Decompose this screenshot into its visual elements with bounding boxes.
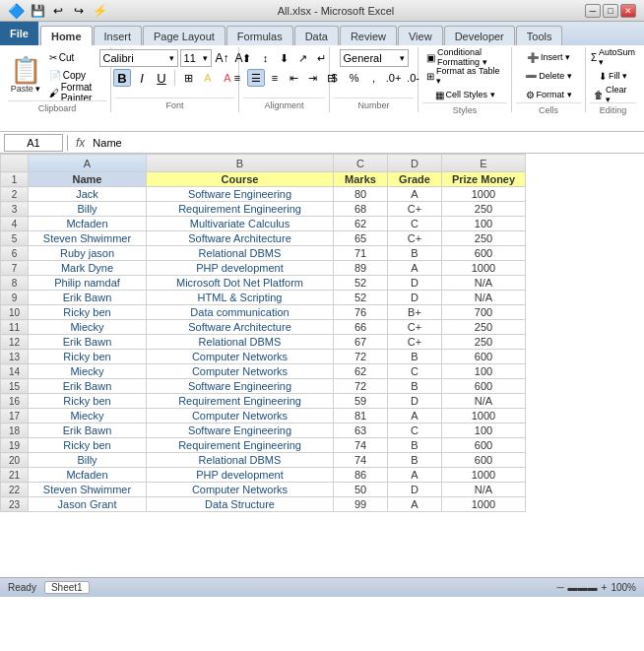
italic-button[interactable]: I [133, 69, 151, 87]
col-header-a[interactable]: A [29, 155, 147, 172]
cell-d5[interactable]: C+ [388, 231, 442, 246]
font-size-dropdown[interactable]: ▾ [203, 53, 208, 63]
close-button[interactable]: ✕ [620, 4, 636, 18]
tab-review[interactable]: Review [340, 26, 397, 45]
tab-insert[interactable]: Insert [94, 26, 143, 45]
maximize-button[interactable]: □ [603, 4, 618, 18]
cell-c5[interactable]: 65 [334, 231, 388, 246]
cell-d20[interactable]: B [388, 453, 442, 468]
cell-b11[interactable]: Software Architecture [147, 320, 334, 335]
align-left-button[interactable]: ≡ [228, 69, 246, 87]
fill-button[interactable]: ⬇ Fill ▾ [595, 68, 631, 84]
cell-d23[interactable]: A [388, 497, 442, 512]
formula-input[interactable] [93, 134, 640, 152]
cell-c19[interactable]: 74 [334, 438, 388, 453]
cell-b5[interactable]: Software Architecture [147, 231, 334, 246]
conditional-format-button[interactable]: ▣ Conditional Formatting ▾ [422, 49, 507, 65]
save-icon[interactable]: 💾 [29, 2, 46, 20]
cell-c10[interactable]: 76 [334, 305, 388, 320]
cell-a9[interactable]: Erik Bawn [29, 291, 147, 305]
cell-b15[interactable]: Software Engineering [147, 379, 334, 394]
cell-d7[interactable]: A [388, 261, 442, 276]
delete-cells-button[interactable]: ➖ Delete ▾ [521, 68, 576, 84]
col-header-e[interactable]: E [442, 155, 526, 172]
redo-icon[interactable]: ↪ [70, 2, 88, 20]
tab-tools[interactable]: Tools [516, 26, 563, 45]
cell-d10[interactable]: B+ [388, 305, 442, 320]
cell-e10[interactable]: 700 [442, 305, 526, 320]
comma-button[interactable]: , [365, 69, 383, 87]
cell-b14[interactable]: Computer Networks [147, 364, 334, 379]
cell-b21[interactable]: PHP development [147, 468, 334, 483]
align-bottom-button[interactable]: ⬇ [276, 49, 293, 67]
zoom-in-button[interactable]: + [602, 582, 608, 593]
tab-file[interactable]: File [0, 22, 38, 45]
tab-developer[interactable]: Developer [444, 26, 515, 45]
cell-d9[interactable]: D [388, 291, 442, 305]
cell-c17[interactable]: 81 [334, 409, 388, 423]
undo-icon[interactable]: ↩ [49, 2, 67, 20]
cell-e14[interactable]: 100 [442, 364, 526, 379]
cell-a22[interactable]: Steven Shwimmer [29, 483, 147, 497]
zoom-slider[interactable]: ▬▬▬ [568, 582, 598, 593]
cell-c20[interactable]: 74 [334, 453, 388, 468]
cell-c8[interactable]: 52 [334, 276, 388, 291]
cell-a17[interactable]: Miecky [29, 409, 147, 423]
cell-b17[interactable]: Computer Networks [147, 409, 334, 423]
cell-c13[interactable]: 72 [334, 350, 388, 364]
wrap-text-button[interactable]: ↵ [313, 49, 331, 67]
minimize-button[interactable]: ─ [585, 4, 601, 18]
zoom-out-button[interactable]: ─ [556, 582, 563, 593]
format-cells-button[interactable]: ⚙ Format ▾ [522, 87, 576, 102]
clear-button[interactable]: 🗑 Clear ▾ [590, 87, 636, 102]
cell-a19[interactable]: Ricky ben [29, 438, 147, 453]
tab-formulas[interactable]: Formulas [226, 26, 293, 45]
cell-b3[interactable]: Requirement Engineering [147, 202, 334, 217]
cell-c15[interactable]: 72 [334, 379, 388, 394]
cell-a7[interactable]: Mark Dyne [29, 261, 147, 276]
text-orient-button[interactable]: ↗ [294, 49, 312, 67]
cell-b1[interactable]: Course [147, 172, 334, 187]
cell-a10[interactable]: Ricky ben [29, 305, 147, 320]
cell-b19[interactable]: Requirement Engineering [147, 438, 334, 453]
cell-a12[interactable]: Erik Bawn [29, 335, 147, 350]
cell-a13[interactable]: Ricky ben [29, 350, 147, 364]
cell-a4[interactable]: Mcfaden [29, 217, 147, 231]
cell-a11[interactable]: Miecky [29, 320, 147, 335]
paste-button[interactable]: 📋 [10, 57, 41, 83]
sheet-tab[interactable]: Sheet1 [44, 581, 90, 594]
currency-button[interactable]: $ [326, 69, 344, 87]
cell-e3[interactable]: 250 [442, 202, 526, 217]
cell-c9[interactable]: 52 [334, 291, 388, 305]
cell-b4[interactable]: Multivariate Calculus [147, 217, 334, 231]
cell-b7[interactable]: PHP development [147, 261, 334, 276]
cell-a23[interactable]: Jason Grant [29, 497, 147, 512]
cell-e5[interactable]: 250 [442, 231, 526, 246]
format-painter-button[interactable]: 🖌 Format Painter [45, 85, 108, 100]
cell-a3[interactable]: Billy [29, 202, 147, 217]
paste-dropdown[interactable]: ▾ [35, 84, 40, 94]
cell-b13[interactable]: Computer Networks [147, 350, 334, 364]
cell-a6[interactable]: Ruby jason [29, 246, 147, 261]
cell-d1[interactable]: Grade [388, 172, 442, 187]
cell-a2[interactable]: Jack [29, 187, 147, 202]
cell-c22[interactable]: 50 [334, 483, 388, 497]
col-header-c[interactable]: C [334, 155, 388, 172]
cell-e21[interactable]: 1000 [442, 468, 526, 483]
cell-e22[interactable]: N/A [442, 483, 526, 497]
font-size-selector[interactable]: 11 ▾ [180, 49, 212, 67]
cell-c23[interactable]: 99 [334, 497, 388, 512]
cell-d2[interactable]: A [388, 187, 442, 202]
cell-b2[interactable]: Software Engineering [147, 187, 334, 202]
cell-c4[interactable]: 62 [334, 217, 388, 231]
cell-c21[interactable]: 86 [334, 468, 388, 483]
cell-e12[interactable]: 250 [442, 335, 526, 350]
cell-d3[interactable]: C+ [388, 202, 442, 217]
font-name-dropdown[interactable]: ▾ [169, 53, 174, 63]
number-format-dropdown[interactable]: ▾ [400, 53, 405, 63]
cell-b9[interactable]: HTML & Scripting [147, 291, 334, 305]
cell-e20[interactable]: 600 [442, 453, 526, 468]
cell-e9[interactable]: N/A [442, 291, 526, 305]
border-button[interactable]: ⊞ [179, 69, 197, 87]
cell-a14[interactable]: Miecky [29, 364, 147, 379]
